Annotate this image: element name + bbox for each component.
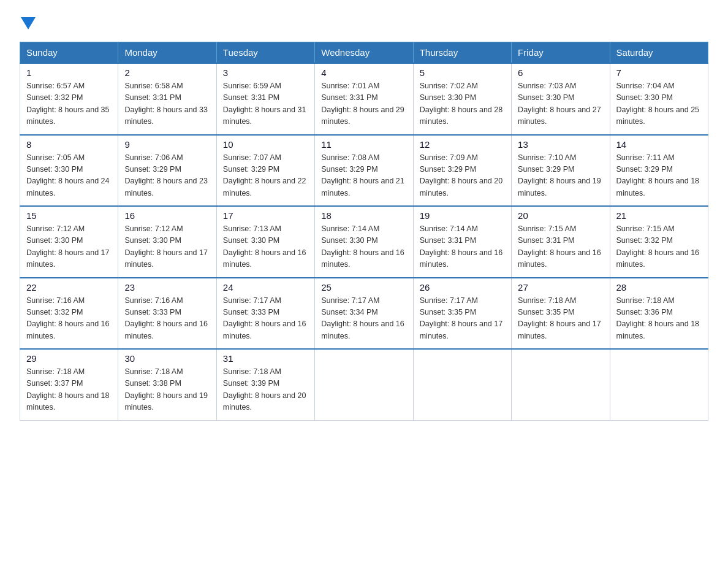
day-number: 23: [124, 282, 210, 293]
day-info: Sunrise: 7:17 AM Sunset: 3:35 PM Dayligh…: [420, 295, 505, 343]
weekday-header-friday: Friday: [512, 42, 610, 64]
day-number: 24: [223, 282, 308, 293]
day-number: 16: [124, 210, 210, 221]
calendar-cell: 2 Sunrise: 6:58 AM Sunset: 3:31 PM Dayli…: [118, 63, 216, 135]
day-info: Sunrise: 7:17 AM Sunset: 3:34 PM Dayligh…: [321, 295, 406, 343]
calendar-cell: 17 Sunrise: 7:13 AM Sunset: 3:30 PM Dayl…: [216, 206, 314, 278]
day-number: 4: [321, 67, 406, 78]
weekday-header-tuesday: Tuesday: [216, 42, 314, 64]
day-number: 13: [518, 139, 603, 150]
day-number: 14: [616, 139, 702, 150]
calendar-week-row: 29 Sunrise: 7:18 AM Sunset: 3:37 PM Dayl…: [20, 349, 708, 420]
day-number: 3: [223, 67, 308, 78]
day-info: Sunrise: 7:03 AM Sunset: 3:30 PM Dayligh…: [518, 80, 603, 128]
day-info: Sunrise: 7:05 AM Sunset: 3:30 PM Dayligh…: [26, 152, 112, 200]
calendar-cell: 7 Sunrise: 7:04 AM Sunset: 3:30 PM Dayli…: [610, 63, 708, 135]
weekday-header-sunday: Sunday: [20, 42, 118, 64]
day-info: Sunrise: 7:18 AM Sunset: 3:35 PM Dayligh…: [518, 295, 603, 343]
day-info: Sunrise: 7:12 AM Sunset: 3:30 PM Dayligh…: [26, 223, 112, 271]
day-info: Sunrise: 6:59 AM Sunset: 3:31 PM Dayligh…: [223, 80, 308, 128]
day-info: Sunrise: 6:57 AM Sunset: 3:32 PM Dayligh…: [26, 80, 112, 128]
day-number: 21: [616, 210, 702, 221]
day-info: Sunrise: 7:14 AM Sunset: 3:31 PM Dayligh…: [420, 223, 505, 271]
day-number: 30: [124, 353, 210, 364]
day-number: 5: [420, 67, 505, 78]
calendar-cell: 6 Sunrise: 7:03 AM Sunset: 3:30 PM Dayli…: [512, 63, 610, 135]
calendar-cell: 14 Sunrise: 7:11 AM Sunset: 3:29 PM Dayl…: [610, 135, 708, 207]
day-info: Sunrise: 7:16 AM Sunset: 3:32 PM Dayligh…: [26, 295, 112, 343]
logo-triangle-icon: [21, 17, 36, 29]
calendar-cell: 1 Sunrise: 6:57 AM Sunset: 3:32 PM Dayli…: [20, 63, 118, 135]
calendar-cell: 30 Sunrise: 7:18 AM Sunset: 3:38 PM Dayl…: [118, 349, 216, 420]
day-number: 7: [616, 67, 702, 78]
calendar-cell: 16 Sunrise: 7:12 AM Sunset: 3:30 PM Dayl…: [118, 206, 216, 278]
calendar-cell: 21 Sunrise: 7:15 AM Sunset: 3:32 PM Dayl…: [610, 206, 708, 278]
calendar-week-row: 1 Sunrise: 6:57 AM Sunset: 3:32 PM Dayli…: [20, 63, 708, 135]
calendar-week-row: 8 Sunrise: 7:05 AM Sunset: 3:30 PM Dayli…: [20, 135, 708, 207]
calendar-cell: 4 Sunrise: 7:01 AM Sunset: 3:31 PM Dayli…: [315, 63, 413, 135]
day-number: 15: [26, 210, 112, 221]
logo: [20, 15, 36, 29]
calendar-cell: 31 Sunrise: 7:18 AM Sunset: 3:39 PM Dayl…: [216, 349, 314, 420]
day-info: Sunrise: 7:15 AM Sunset: 3:31 PM Dayligh…: [518, 223, 603, 271]
calendar-cell: 18 Sunrise: 7:14 AM Sunset: 3:30 PM Dayl…: [315, 206, 413, 278]
calendar-cell: 28 Sunrise: 7:18 AM Sunset: 3:36 PM Dayl…: [610, 278, 708, 350]
day-info: Sunrise: 7:09 AM Sunset: 3:29 PM Dayligh…: [420, 152, 505, 200]
page-header: [20, 15, 708, 29]
day-number: 2: [124, 67, 210, 78]
calendar-cell: [512, 349, 610, 420]
day-number: 18: [321, 210, 406, 221]
calendar-cell: 25 Sunrise: 7:17 AM Sunset: 3:34 PM Dayl…: [315, 278, 413, 350]
day-number: 1: [26, 67, 112, 78]
weekday-header-saturday: Saturday: [610, 42, 708, 64]
calendar-cell: 11 Sunrise: 7:08 AM Sunset: 3:29 PM Dayl…: [315, 135, 413, 207]
day-info: Sunrise: 7:18 AM Sunset: 3:37 PM Dayligh…: [26, 366, 112, 414]
calendar-cell: 29 Sunrise: 7:18 AM Sunset: 3:37 PM Dayl…: [20, 349, 118, 420]
calendar-cell: [610, 349, 708, 420]
calendar-cell: 24 Sunrise: 7:17 AM Sunset: 3:33 PM Dayl…: [216, 278, 314, 350]
day-number: 20: [518, 210, 603, 221]
day-info: Sunrise: 7:12 AM Sunset: 3:30 PM Dayligh…: [124, 223, 210, 271]
day-info: Sunrise: 7:17 AM Sunset: 3:33 PM Dayligh…: [223, 295, 308, 343]
day-number: 8: [26, 139, 112, 150]
day-number: 28: [616, 282, 702, 293]
day-info: Sunrise: 7:01 AM Sunset: 3:31 PM Dayligh…: [321, 80, 406, 128]
day-info: Sunrise: 7:18 AM Sunset: 3:36 PM Dayligh…: [616, 295, 702, 343]
weekday-header-monday: Monday: [118, 42, 216, 64]
calendar-cell: 5 Sunrise: 7:02 AM Sunset: 3:30 PM Dayli…: [413, 63, 511, 135]
day-info: Sunrise: 7:14 AM Sunset: 3:30 PM Dayligh…: [321, 223, 406, 271]
day-info: Sunrise: 7:18 AM Sunset: 3:39 PM Dayligh…: [223, 366, 308, 414]
day-info: Sunrise: 7:06 AM Sunset: 3:29 PM Dayligh…: [124, 152, 210, 200]
day-number: 10: [223, 139, 308, 150]
day-info: Sunrise: 7:02 AM Sunset: 3:30 PM Dayligh…: [420, 80, 505, 128]
day-info: Sunrise: 7:10 AM Sunset: 3:29 PM Dayligh…: [518, 152, 603, 200]
day-number: 25: [321, 282, 406, 293]
calendar-cell: 9 Sunrise: 7:06 AM Sunset: 3:29 PM Dayli…: [118, 135, 216, 207]
day-info: Sunrise: 7:15 AM Sunset: 3:32 PM Dayligh…: [616, 223, 702, 271]
calendar-header-row: SundayMondayTuesdayWednesdayThursdayFrid…: [20, 42, 708, 64]
weekday-header-wednesday: Wednesday: [315, 42, 413, 64]
day-number: 22: [26, 282, 112, 293]
day-info: Sunrise: 7:08 AM Sunset: 3:29 PM Dayligh…: [321, 152, 406, 200]
calendar-cell: 23 Sunrise: 7:16 AM Sunset: 3:33 PM Dayl…: [118, 278, 216, 350]
calendar-week-row: 22 Sunrise: 7:16 AM Sunset: 3:32 PM Dayl…: [20, 278, 708, 350]
calendar-cell: 10 Sunrise: 7:07 AM Sunset: 3:29 PM Dayl…: [216, 135, 314, 207]
calendar-cell: 8 Sunrise: 7:05 AM Sunset: 3:30 PM Dayli…: [20, 135, 118, 207]
day-number: 12: [420, 139, 505, 150]
weekday-header-thursday: Thursday: [413, 42, 511, 64]
calendar-cell: [413, 349, 511, 420]
calendar-cell: 27 Sunrise: 7:18 AM Sunset: 3:35 PM Dayl…: [512, 278, 610, 350]
day-number: 9: [124, 139, 210, 150]
calendar-cell: [315, 349, 413, 420]
calendar-week-row: 15 Sunrise: 7:12 AM Sunset: 3:30 PM Dayl…: [20, 206, 708, 278]
day-info: Sunrise: 7:13 AM Sunset: 3:30 PM Dayligh…: [223, 223, 308, 271]
day-info: Sunrise: 7:18 AM Sunset: 3:38 PM Dayligh…: [124, 366, 210, 414]
day-info: Sunrise: 7:11 AM Sunset: 3:29 PM Dayligh…: [616, 152, 702, 200]
day-info: Sunrise: 6:58 AM Sunset: 3:31 PM Dayligh…: [124, 80, 210, 128]
calendar-table: SundayMondayTuesdayWednesdayThursdayFrid…: [20, 42, 708, 421]
calendar-cell: 26 Sunrise: 7:17 AM Sunset: 3:35 PM Dayl…: [413, 278, 511, 350]
day-info: Sunrise: 7:04 AM Sunset: 3:30 PM Dayligh…: [616, 80, 702, 128]
calendar-cell: 20 Sunrise: 7:15 AM Sunset: 3:31 PM Dayl…: [512, 206, 610, 278]
day-number: 31: [223, 353, 308, 364]
calendar-cell: 19 Sunrise: 7:14 AM Sunset: 3:31 PM Dayl…: [413, 206, 511, 278]
